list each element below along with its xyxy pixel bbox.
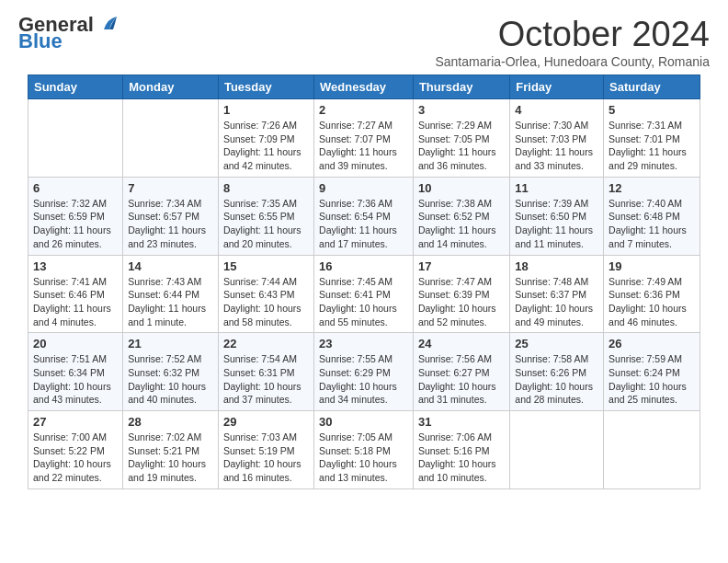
week-row-2: 6Sunrise: 7:32 AMSunset: 6:59 PMDaylight…: [28, 177, 700, 255]
day-info: Sunrise: 7:55 AMSunset: 6:29 PMDaylight:…: [319, 352, 408, 407]
day-info: Sunrise: 7:56 AMSunset: 6:27 PMDaylight:…: [418, 352, 505, 407]
day-cell: 26Sunrise: 7:59 AMSunset: 6:24 PMDayligh…: [604, 333, 700, 411]
column-header-thursday: Thursday: [413, 75, 509, 99]
day-info: Sunrise: 7:45 AMSunset: 6:41 PMDaylight:…: [319, 275, 408, 329]
column-header-wednesday: Wednesday: [314, 75, 414, 99]
day-number: 6: [33, 181, 118, 195]
day-info: Sunrise: 7:58 AMSunset: 6:26 PMDaylight:…: [515, 352, 598, 407]
day-number: 4: [515, 103, 598, 117]
day-number: 22: [223, 337, 309, 350]
header-row: SundayMondayTuesdayWednesdayThursdayFrid…: [28, 75, 700, 99]
day-cell: 5Sunrise: 7:31 AMSunset: 7:01 PMDaylight…: [604, 99, 700, 178]
day-info: Sunrise: 7:43 AMSunset: 6:44 PMDaylight:…: [128, 275, 213, 329]
day-number: 27: [33, 415, 118, 429]
day-cell: 8Sunrise: 7:35 AMSunset: 6:55 PMDaylight…: [218, 177, 313, 255]
column-header-sunday: Sunday: [28, 75, 123, 99]
day-cell: 18Sunrise: 7:48 AMSunset: 6:37 PMDayligh…: [510, 255, 604, 333]
day-number: 20: [33, 337, 118, 350]
day-info: Sunrise: 7:06 AMSunset: 5:16 PMDaylight:…: [418, 431, 505, 485]
calendar-header: SundayMondayTuesdayWednesdayThursdayFrid…: [28, 75, 700, 99]
day-info: Sunrise: 7:34 AMSunset: 6:57 PMDaylight:…: [128, 197, 213, 251]
day-number: 24: [418, 337, 505, 350]
day-cell: 22Sunrise: 7:54 AMSunset: 6:31 PMDayligh…: [218, 333, 313, 411]
day-number: 16: [319, 259, 408, 273]
day-info: Sunrise: 7:30 AMSunset: 7:03 PMDaylight:…: [515, 119, 598, 173]
day-number: 13: [33, 259, 118, 273]
day-info: Sunrise: 7:44 AMSunset: 6:43 PMDaylight:…: [223, 275, 309, 329]
day-cell: 17Sunrise: 7:47 AMSunset: 6:39 PMDayligh…: [413, 255, 509, 333]
day-cell: 3Sunrise: 7:29 AMSunset: 7:05 PMDaylight…: [413, 99, 509, 178]
day-info: Sunrise: 7:31 AMSunset: 7:01 PMDaylight:…: [609, 119, 695, 173]
day-cell: 11Sunrise: 7:39 AMSunset: 6:50 PMDayligh…: [510, 177, 604, 255]
day-number: 12: [609, 181, 695, 195]
day-number: 8: [223, 181, 309, 195]
week-row-3: 13Sunrise: 7:41 AMSunset: 6:46 PMDayligh…: [28, 255, 700, 333]
day-number: 1: [223, 103, 309, 117]
day-number: 30: [319, 415, 408, 429]
logo: General Blue: [18, 15, 117, 52]
day-info: Sunrise: 7:29 AMSunset: 7:05 PMDaylight:…: [418, 119, 505, 173]
week-row-5: 27Sunrise: 7:00 AMSunset: 5:22 PMDayligh…: [28, 411, 700, 489]
day-info: Sunrise: 7:54 AMSunset: 6:31 PMDaylight:…: [223, 352, 309, 407]
day-number: 3: [418, 103, 505, 117]
day-cell: 20Sunrise: 7:51 AMSunset: 6:34 PMDayligh…: [28, 333, 123, 411]
day-cell: 14Sunrise: 7:43 AMSunset: 6:44 PMDayligh…: [123, 255, 219, 333]
day-cell: 4Sunrise: 7:30 AMSunset: 7:03 PMDaylight…: [510, 99, 604, 178]
day-cell: 2Sunrise: 7:27 AMSunset: 7:07 PMDaylight…: [314, 99, 414, 178]
day-number: 7: [128, 181, 213, 195]
day-cell: [510, 411, 604, 489]
day-number: 18: [515, 259, 598, 273]
day-cell: [28, 99, 123, 178]
day-number: 31: [418, 415, 505, 429]
day-info: Sunrise: 7:41 AMSunset: 6:46 PMDaylight:…: [33, 275, 118, 329]
day-cell: 7Sunrise: 7:34 AMSunset: 6:57 PMDaylight…: [123, 177, 219, 255]
month-title: October 2024: [435, 15, 710, 54]
day-number: 15: [223, 259, 309, 273]
day-cell: [123, 99, 219, 178]
day-info: Sunrise: 7:39 AMSunset: 6:50 PMDaylight:…: [515, 197, 598, 251]
day-info: Sunrise: 7:02 AMSunset: 5:21 PMDaylight:…: [128, 431, 213, 485]
day-number: 2: [319, 103, 408, 117]
day-number: 29: [223, 415, 309, 429]
day-number: 5: [609, 103, 695, 117]
day-info: Sunrise: 7:35 AMSunset: 6:55 PMDaylight:…: [223, 197, 309, 251]
column-header-monday: Monday: [123, 75, 219, 99]
logo-blue-text: Blue: [18, 31, 63, 52]
day-cell: 21Sunrise: 7:52 AMSunset: 6:32 PMDayligh…: [123, 333, 219, 411]
day-info: Sunrise: 7:51 AMSunset: 6:34 PMDaylight:…: [33, 352, 118, 407]
day-info: Sunrise: 7:00 AMSunset: 5:22 PMDaylight:…: [33, 431, 118, 485]
day-number: 28: [128, 415, 213, 429]
day-info: Sunrise: 7:40 AMSunset: 6:48 PMDaylight:…: [609, 197, 695, 251]
day-cell: 25Sunrise: 7:58 AMSunset: 6:26 PMDayligh…: [510, 333, 604, 411]
day-number: 14: [128, 259, 213, 273]
day-info: Sunrise: 7:38 AMSunset: 6:52 PMDaylight:…: [418, 197, 505, 251]
day-number: 10: [418, 181, 505, 195]
day-info: Sunrise: 7:36 AMSunset: 6:54 PMDaylight:…: [319, 197, 408, 251]
day-cell: 15Sunrise: 7:44 AMSunset: 6:43 PMDayligh…: [218, 255, 313, 333]
location-subtitle: Santamaria-Orlea, Hunedoara County, Roma…: [435, 54, 710, 69]
title-block: October 2024 Santamaria-Orlea, Hunedoara…: [435, 15, 710, 69]
day-number: 19: [609, 259, 695, 273]
day-cell: 23Sunrise: 7:55 AMSunset: 6:29 PMDayligh…: [314, 333, 414, 411]
day-number: 25: [515, 337, 598, 350]
week-row-4: 20Sunrise: 7:51 AMSunset: 6:34 PMDayligh…: [28, 333, 700, 411]
column-header-friday: Friday: [510, 75, 604, 99]
day-info: Sunrise: 7:05 AMSunset: 5:18 PMDaylight:…: [319, 431, 408, 485]
day-cell: 9Sunrise: 7:36 AMSunset: 6:54 PMDaylight…: [314, 177, 414, 255]
day-cell: 1Sunrise: 7:26 AMSunset: 7:09 PMDaylight…: [218, 99, 313, 178]
day-info: Sunrise: 7:59 AMSunset: 6:24 PMDaylight:…: [609, 352, 695, 407]
day-cell: 13Sunrise: 7:41 AMSunset: 6:46 PMDayligh…: [28, 255, 123, 333]
day-number: 26: [609, 337, 695, 350]
day-cell: 30Sunrise: 7:05 AMSunset: 5:18 PMDayligh…: [314, 411, 414, 489]
week-row-1: 1Sunrise: 7:26 AMSunset: 7:09 PMDaylight…: [28, 99, 700, 178]
calendar-container: SundayMondayTuesdayWednesdayThursdayFrid…: [9, 75, 719, 489]
day-info: Sunrise: 7:48 AMSunset: 6:37 PMDaylight:…: [515, 275, 598, 329]
day-number: 21: [128, 337, 213, 350]
day-info: Sunrise: 7:26 AMSunset: 7:09 PMDaylight:…: [223, 119, 309, 173]
day-cell: 12Sunrise: 7:40 AMSunset: 6:48 PMDayligh…: [604, 177, 700, 255]
day-info: Sunrise: 7:03 AMSunset: 5:19 PMDaylight:…: [223, 431, 309, 485]
day-cell: 10Sunrise: 7:38 AMSunset: 6:52 PMDayligh…: [413, 177, 509, 255]
day-cell: 27Sunrise: 7:00 AMSunset: 5:22 PMDayligh…: [28, 411, 123, 489]
day-cell: 19Sunrise: 7:49 AMSunset: 6:36 PMDayligh…: [604, 255, 700, 333]
logo-bird-icon: [97, 17, 117, 33]
